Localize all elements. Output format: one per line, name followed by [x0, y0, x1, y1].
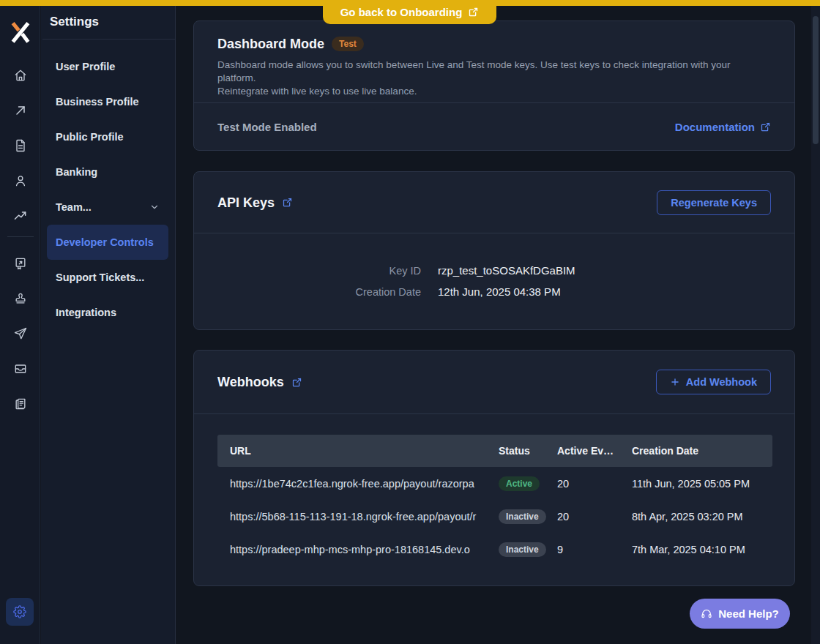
- sidebar-item[interactable]: User Profile: [47, 49, 168, 84]
- dashboard-mode-description-line1: Dashboard mode allows you to switch betw…: [217, 59, 771, 85]
- home-icon[interactable]: [13, 68, 28, 83]
- external-link-icon: [468, 7, 479, 18]
- column-active-events: Active Ev…: [551, 445, 625, 457]
- webhooks-card: Webhooks Add Webhook URL Status Active E…: [193, 350, 795, 586]
- field-label: Creation Date: [217, 286, 421, 298]
- field-value: 12th Jun, 2025 04:38 PM: [438, 285, 561, 298]
- webhook-table-row[interactable]: https://1be74c2c1fea.ngrok-free.app/payo…: [217, 467, 772, 500]
- dashboard-mode-description-line2: Reintegrate with live keys to use live b…: [217, 85, 771, 98]
- status-badge: Inactive: [499, 509, 546, 524]
- webhooks-header: Webhooks Add Webhook: [194, 351, 794, 414]
- sidebar-item-label: Banking: [56, 166, 97, 178]
- sidebar-item-label: User Profile: [56, 61, 115, 72]
- sidebar-item[interactable]: Business Profile: [47, 84, 168, 119]
- rail-icons-top: [0, 68, 40, 223]
- regenerate-keys-label: Regenerate Keys: [671, 197, 757, 209]
- razorpayx-logo: [8, 18, 33, 47]
- api-key-field-row: Key ID rzp_test_toSOSAKfDGaBIM: [217, 264, 771, 277]
- stamp-icon[interactable]: [13, 291, 28, 306]
- sidebar-item[interactable]: Support Tickets...: [47, 260, 168, 295]
- external-link-icon: [760, 121, 771, 132]
- webhook-table-row[interactable]: https://pradeep-mhp-mcs-mhp-pro-18168145…: [217, 533, 772, 566]
- webhook-creation-date: 7th Mar, 2025 04:10 PM: [625, 544, 772, 555]
- webhook-active-events: 9: [551, 544, 625, 555]
- sidebar-item[interactable]: Public Profile: [47, 119, 168, 154]
- trending-up-icon[interactable]: [13, 209, 28, 223]
- sidebar-item-label: Team...: [56, 201, 92, 213]
- documentation-link[interactable]: Documentation: [675, 121, 771, 133]
- go-back-onboarding-label: Go back to Onboarding: [340, 6, 463, 18]
- sidebar-item-label: Developer Controls: [56, 236, 154, 248]
- test-mode-status-label: Test Mode Enabled: [217, 121, 317, 133]
- field-label: Key ID: [217, 265, 421, 277]
- chevron-down-icon: [149, 202, 160, 212]
- api-keys-header: API Keys Regenerate Keys: [194, 172, 794, 233]
- webhooks-title: Webhooks: [217, 374, 284, 390]
- webhook-creation-date: 8th Apr, 2025 03:20 PM: [625, 511, 772, 523]
- scrollbar-track: [811, 6, 820, 644]
- rail-divider: [7, 236, 34, 237]
- send-icon[interactable]: [13, 326, 28, 341]
- api-keys-body: Key ID rzp_test_toSOSAKfDGaBIM Creation …: [194, 233, 794, 298]
- headset-icon: [701, 608, 712, 620]
- status-badge: Inactive: [499, 542, 546, 557]
- documentation-link-label: Documentation: [675, 121, 755, 133]
- plus-icon: [670, 377, 680, 387]
- settings-menu: User Profile Business Profile Public Pro…: [47, 49, 168, 330]
- inbox-icon[interactable]: [13, 362, 28, 376]
- sidebar-item[interactable]: Banking: [47, 154, 168, 190]
- arrow-up-right-icon[interactable]: [13, 103, 28, 118]
- webhooks-table: URL Status Active Ev… Creation Date http…: [217, 435, 772, 566]
- sidebar-item[interactable]: Integrations: [47, 295, 168, 330]
- external-link-icon[interactable]: [282, 197, 293, 208]
- sidebar-item-label: Business Profile: [56, 96, 139, 108]
- test-mode-badge: Test: [332, 37, 364, 51]
- api-key-field-row: Creation Date 12th Jun, 2025 04:38 PM: [217, 285, 771, 298]
- sidebar-divider: [42, 39, 176, 40]
- column-status: Status: [490, 445, 551, 457]
- sidebar-item-label: Support Tickets...: [56, 272, 144, 283]
- api-keys-title: API Keys: [217, 195, 275, 211]
- nav-icon-rail: [0, 6, 40, 644]
- rail-icons-bottom: [0, 256, 40, 411]
- dashboard-mode-title: Dashboard Mode: [217, 36, 324, 52]
- sidebar-item[interactable]: Team...: [47, 190, 168, 225]
- regenerate-keys-button[interactable]: Regenerate Keys: [657, 190, 771, 215]
- settings-gear-button[interactable]: [6, 598, 34, 626]
- webhooks-table-header: URL Status Active Ev… Creation Date: [217, 435, 772, 467]
- need-help-label: Need Help?: [718, 607, 779, 620]
- need-help-button[interactable]: Need Help?: [690, 599, 790, 629]
- webhook-creation-date: 11th Jun, 2025 05:05 PM: [625, 478, 772, 490]
- webhook-table-row[interactable]: https://5b68-115-113-191-18.ngrok-free.a…: [217, 500, 772, 533]
- add-webhook-label: Add Webhook: [686, 376, 757, 388]
- webhook-active-events: 20: [551, 478, 625, 490]
- document-icon[interactable]: [13, 138, 28, 153]
- sidebar-item[interactable]: Developer Controls: [47, 225, 168, 260]
- api-keys-card: API Keys Regenerate Keys Key ID rzp_test…: [193, 171, 795, 330]
- status-badge: Active: [499, 476, 540, 491]
- webhook-url: https://5b68-115-113-191-18.ngrok-free.a…: [217, 511, 490, 523]
- gear-icon: [13, 605, 26, 618]
- webhook-active-events: 20: [551, 511, 625, 523]
- webhook-url: https://pradeep-mhp-mcs-mhp-pro-18168145…: [217, 544, 490, 555]
- external-link-icon[interactable]: [291, 377, 302, 388]
- dashboard-mode-card: Dashboard Mode Test Dashboard mode allow…: [193, 20, 795, 151]
- dashboard-mode-header: Dashboard Mode Test Dashboard mode allow…: [194, 21, 794, 98]
- add-webhook-button[interactable]: Add Webhook: [656, 370, 771, 394]
- sidebar-title: Settings: [50, 15, 99, 29]
- dashboard-mode-footer: Test Mode Enabled Documentation: [194, 102, 794, 150]
- scrollbar-thumb[interactable]: [813, 16, 819, 144]
- sidebar-item-label: Integrations: [56, 307, 116, 318]
- sidebar-item-label: Public Profile: [56, 131, 124, 143]
- person-icon[interactable]: [13, 173, 28, 188]
- reports-icon[interactable]: [13, 397, 28, 411]
- field-value: rzp_test_toSOSAKfDGaBIM: [438, 264, 575, 277]
- column-url: URL: [217, 445, 490, 457]
- payout-link-icon[interactable]: [13, 256, 28, 271]
- column-creation-date: Creation Date: [625, 445, 772, 457]
- go-back-onboarding-button[interactable]: Go back to Onboarding: [323, 0, 496, 24]
- webhook-url: https://1be74c2c1fea.ngrok-free.app/payo…: [217, 478, 490, 490]
